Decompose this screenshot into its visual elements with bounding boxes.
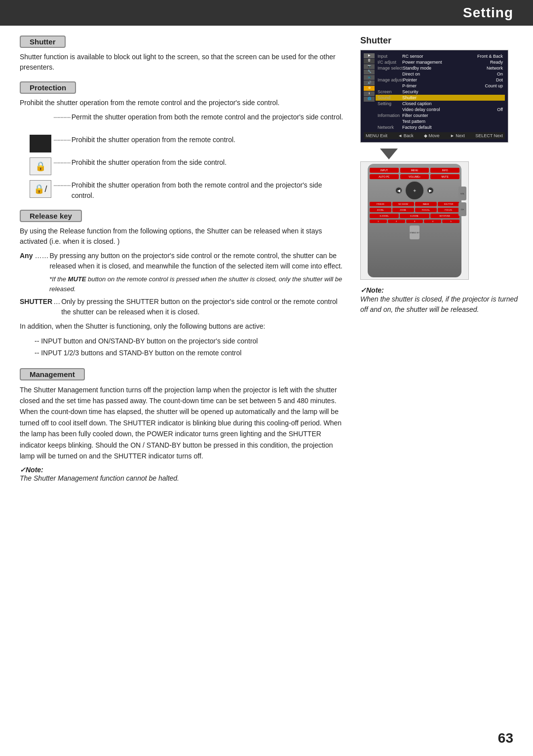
shutter-section: Shutter Shutter function is available to… (20, 36, 345, 73)
bottom-note-title: ✓Note: (20, 466, 43, 474)
bottom-note-text: The Shutter Management function cannot b… (20, 474, 179, 482)
dotted-text-2: Prohibit the shutter operation from the … (72, 135, 345, 145)
menu-bar: MENU Exit ◄ Back ◆ Move ► Next SELECT Ne… (364, 132, 505, 139)
release-key-section: Release key By using the Release functio… (20, 210, 345, 359)
management-section: Management The Shutter Management functi… (20, 368, 345, 483)
icon-remote-off (30, 135, 51, 152)
italic-note: *If the MUTE button on the remote contro… (49, 274, 345, 294)
dotted-item-4: 🔒/ ············ Prohibit the shutter ope… (30, 180, 345, 201)
remote-control-image: INPUT MENU INFO AUTO PC VOLUME+ MUTE ◀ ✦… (360, 161, 469, 280)
page-number: 63 (498, 730, 513, 746)
dotted-items-list: ············ Permit the shutter operatio… (30, 112, 345, 201)
page-header: Setting (0, 0, 533, 26)
shutter-right-title: Shutter (360, 36, 518, 46)
left-column: Shutter Shutter function is available to… (20, 36, 345, 491)
dotted-item-2: ············ Prohibit the shutter operat… (30, 135, 345, 152)
right-note-section: ✓Note: When the shutter is closed, if th… (360, 286, 518, 315)
any-item: Any …… By pressing any button on the pro… (20, 251, 345, 271)
any-text: By pressing any button on the projector'… (49, 251, 345, 271)
management-text: The Shutter Management function turns of… (20, 384, 345, 462)
dotted-item-1: ············ Permit the shutter operatio… (30, 112, 345, 130)
dotted-item-3: 🔒 ············ Prohibit the shutter oper… (30, 157, 345, 175)
header-title: Setting (463, 5, 513, 20)
bullet-2: -- INPUT 1/2/3 buttons and STAND-BY butt… (35, 347, 345, 359)
any-label: Any (20, 251, 33, 261)
shutter-intro: Shutter function is available to block o… (20, 52, 345, 73)
menu-screenshot: ▶ 🎛 📷 🔧 📺 🔊 ⚙ ℹ 🌐 InputRC sensorFront & … (360, 50, 508, 143)
release-key-header: Release key (20, 210, 82, 222)
protection-text: Prohibit the shutter operation from the … (20, 98, 345, 108)
dotted-text-3: Prohibit the shutter operation from the … (72, 157, 345, 168)
protection-section: Protection Prohibit the shutter operatio… (20, 81, 345, 201)
shutter-item: SHUTTER … Only by pressing the SHUTTER b… (20, 297, 345, 317)
protection-header: Protection (20, 81, 76, 94)
bullet-1: -- INPUT button and ON/STAND-BY button o… (35, 336, 345, 347)
bullet-list: -- INPUT button and ON/STAND-BY button o… (35, 336, 345, 359)
addition-text: In addition, when the Shutter is functio… (20, 321, 345, 332)
arrow-down-icon (380, 149, 398, 159)
shutter-header: Shutter (20, 36, 66, 48)
icon-both-off: 🔒/ (30, 180, 51, 198)
right-column: Shutter ▶ 🎛 📷 🔧 📺 🔊 ⚙ ℹ 🌐 (360, 36, 518, 491)
dotted-text-1: Permit the shutter operation from both t… (72, 112, 345, 122)
icon-side-control: 🔒 (30, 157, 51, 175)
right-note-title: ✓Note: (360, 286, 384, 294)
right-note-text: When the shutter is closed, if the proje… (360, 294, 518, 315)
shutter-label: SHUTTER (20, 297, 52, 307)
bottom-note: ✓Note: The Shutter Management function c… (20, 465, 345, 482)
dotted-text-4: Prohibit the shutter operation from both… (72, 180, 345, 201)
management-header: Management (20, 368, 85, 380)
shutter-text: Only by pressing the SHUTTER button on t… (61, 297, 345, 317)
release-key-intro: By using the Release function from the f… (20, 226, 345, 247)
